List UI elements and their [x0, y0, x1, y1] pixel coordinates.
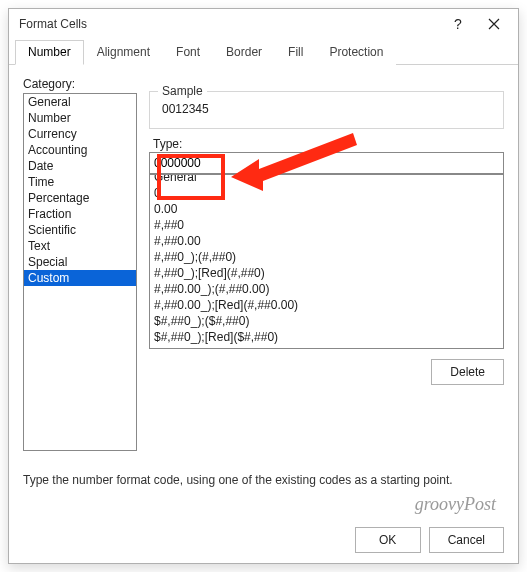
format-cells-dialog: Format Cells ? NumberAlignmentFontBorder…	[8, 8, 519, 564]
tabs: NumberAlignmentFontBorderFillProtection	[9, 39, 518, 65]
tab-font[interactable]: Font	[163, 40, 213, 65]
category-list[interactable]: GeneralNumberCurrencyAccountingDateTimeP…	[23, 93, 137, 451]
category-column: Category: GeneralNumberCurrencyAccountin…	[23, 77, 137, 457]
tab-fill[interactable]: Fill	[275, 40, 316, 65]
content-area: Category: GeneralNumberCurrencyAccountin…	[9, 65, 518, 519]
titlebar: Format Cells ?	[9, 9, 518, 39]
tab-alignment[interactable]: Alignment	[84, 40, 163, 65]
category-item[interactable]: Custom	[24, 270, 136, 286]
delete-button-label: Delete	[450, 365, 485, 379]
delete-button[interactable]: Delete	[431, 359, 504, 385]
format-item[interactable]: General	[150, 174, 503, 185]
cancel-button-label: Cancel	[448, 533, 485, 547]
type-label: Type:	[153, 137, 182, 151]
sample-label: Sample	[158, 84, 207, 98]
category-item[interactable]: Percentage	[24, 190, 136, 206]
format-item[interactable]: #,##0_);[Red](#,##0)	[150, 265, 503, 281]
type-input[interactable]	[149, 152, 504, 174]
format-item[interactable]: 0.00	[150, 201, 503, 217]
format-item[interactable]: #,##0.00	[150, 233, 503, 249]
category-item[interactable]: Scientific	[24, 222, 136, 238]
format-item[interactable]: #,##0_);(#,##0)	[150, 249, 503, 265]
format-item[interactable]: $#,##0_);($#,##0)	[150, 313, 503, 329]
category-item[interactable]: Special	[24, 254, 136, 270]
format-item[interactable]: 0	[150, 185, 503, 201]
format-list[interactable]: General00.00#,##0#,##0.00#,##0_);(#,##0)…	[149, 174, 504, 349]
format-item[interactable]: #,##0.00_);(#,##0.00)	[150, 281, 503, 297]
format-item[interactable]: #,##0	[150, 217, 503, 233]
category-item[interactable]: Number	[24, 110, 136, 126]
category-item[interactable]: Accounting	[24, 142, 136, 158]
description-text: Type the number format code, using one o…	[23, 473, 504, 487]
footer-buttons: OK Cancel	[355, 527, 504, 553]
close-button[interactable]	[476, 10, 512, 38]
sample-box: Sample 0012345	[149, 91, 504, 129]
right-column: Sample 0012345 Type: General00.00#,##0#,…	[149, 77, 504, 457]
category-item[interactable]: Text	[24, 238, 136, 254]
format-item[interactable]: #,##0.00_);[Red](#,##0.00)	[150, 297, 503, 313]
close-icon	[488, 18, 500, 30]
help-button[interactable]: ?	[440, 10, 476, 38]
category-item[interactable]: Time	[24, 174, 136, 190]
cancel-button[interactable]: Cancel	[429, 527, 504, 553]
tab-number[interactable]: Number	[15, 40, 84, 65]
format-item[interactable]: $#,##0_);[Red]($#,##0)	[150, 329, 503, 345]
category-item[interactable]: Currency	[24, 126, 136, 142]
category-item[interactable]: General	[24, 94, 136, 110]
category-label: Category:	[23, 77, 137, 91]
ok-button-label: OK	[379, 533, 396, 547]
tab-protection[interactable]: Protection	[316, 40, 396, 65]
ok-button[interactable]: OK	[355, 527, 421, 553]
category-item[interactable]: Fraction	[24, 206, 136, 222]
sample-value: 0012345	[160, 100, 493, 118]
category-item[interactable]: Date	[24, 158, 136, 174]
dialog-title: Format Cells	[19, 17, 440, 31]
format-item[interactable]: $#,##0.00_);($#,##0.00)	[150, 345, 503, 349]
tab-border[interactable]: Border	[213, 40, 275, 65]
